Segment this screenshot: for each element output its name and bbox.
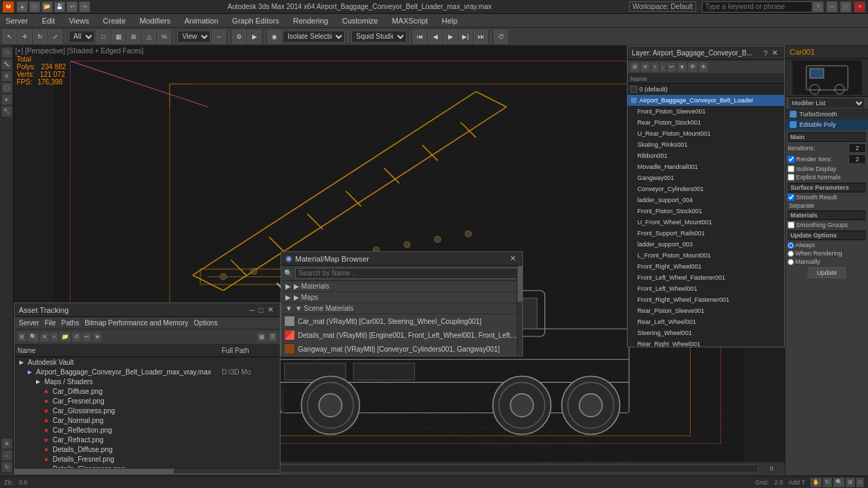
update-button[interactable]: Update bbox=[808, 267, 846, 278]
quick-access-icon[interactable]: ▲ bbox=[17, 1, 28, 12]
always-radio[interactable] bbox=[788, 242, 794, 248]
layer-item-13[interactable]: Front_Support_Rails001 bbox=[628, 228, 784, 239]
layer-item-19[interactable]: Front_Right_Wheel_Fastener001 bbox=[628, 294, 784, 305]
layer-item-14[interactable]: ladder_support_003 bbox=[628, 239, 784, 250]
snap-toggle[interactable]: ⊞ bbox=[127, 30, 141, 44]
materials-section[interactable]: ▶ ▶ Materials bbox=[281, 281, 522, 292]
workspace-selector[interactable]: Workspace: Default bbox=[629, 1, 696, 12]
asset-item-details-glossiness[interactable]: ■ Details_Glossiness.png bbox=[15, 464, 280, 468]
rotate-tool[interactable]: ↻ bbox=[33, 30, 47, 44]
smooth-result-check[interactable] bbox=[788, 194, 795, 201]
layer-item-10[interactable]: ladder_support_004 bbox=[628, 195, 784, 206]
layer-item-22[interactable]: Steering_Wheel001 bbox=[628, 327, 784, 338]
when-rendering-radio[interactable] bbox=[788, 251, 794, 257]
asset-menu-server[interactable]: Server bbox=[19, 317, 39, 329]
layer-item-3[interactable]: Rear_Piston_Stock001 bbox=[628, 117, 784, 128]
layer-view-btn[interactable]: 👁 bbox=[688, 62, 698, 72]
asset-item-car-refract[interactable]: ■ Car_Refract.png bbox=[15, 435, 280, 444]
zoom-btn[interactable]: 🔍 bbox=[833, 478, 844, 487]
asset-menu-options[interactable]: Options bbox=[194, 317, 218, 329]
select-tool[interactable]: ↖ bbox=[3, 30, 17, 44]
asset-reload-btn[interactable]: ↺ bbox=[72, 332, 81, 342]
menu-server[interactable]: Server bbox=[3, 14, 30, 27]
mat-close-btn[interactable]: ✕ bbox=[508, 254, 518, 263]
asset-merge-btn[interactable]: ⊞ bbox=[17, 332, 26, 342]
asset-item-car-fresnel[interactable]: ■ Car_Fresnel.png bbox=[15, 396, 280, 406]
iterations-input[interactable] bbox=[849, 143, 866, 153]
modifier-list-dropdown[interactable]: Modifier List bbox=[788, 98, 865, 109]
zoom-extents-btn[interactable]: ⊞ bbox=[846, 478, 855, 487]
layer-item-8[interactable]: Gangway001 bbox=[628, 172, 784, 183]
menu-graph-editors[interactable]: Graph Editors bbox=[229, 14, 282, 27]
layer-help-btn[interactable]: ? bbox=[761, 49, 770, 57]
layer-add-btn[interactable]: + bbox=[651, 62, 659, 72]
reference-coord[interactable]: ↔ bbox=[212, 30, 226, 44]
asset-scrollbar[interactable] bbox=[15, 468, 280, 473]
layer-item-21[interactable]: Rear_Left_Wheel001 bbox=[628, 316, 784, 327]
layer-item-7[interactable]: Movadle_Handrail001 bbox=[628, 161, 784, 172]
menu-rendering[interactable]: Rendering bbox=[290, 14, 331, 27]
layer-freeze-btn[interactable]: ❄ bbox=[699, 62, 708, 72]
menu-views[interactable]: Views bbox=[66, 14, 91, 27]
close-button[interactable]: ✕ bbox=[854, 1, 865, 12]
select-mode-dropdown[interactable]: All bbox=[69, 30, 95, 43]
layer-item-4[interactable]: U_Rear_Piston_Mount001 bbox=[628, 128, 784, 139]
orbit-btn[interactable]: ↻ bbox=[823, 478, 832, 487]
layer-item-17[interactable]: Front_Left_Wheel_Fastener001 bbox=[628, 272, 784, 283]
percent-snap[interactable]: % bbox=[157, 30, 171, 44]
layer-item-16[interactable]: Front_Right_Wheel001 bbox=[628, 261, 784, 272]
hierarchy-panel-icon[interactable]: ⧉ bbox=[1, 71, 12, 82]
layer-highlight-btn[interactable]: ★ bbox=[677, 62, 687, 72]
angle-snap[interactable]: △ bbox=[142, 30, 156, 44]
layer-item-18[interactable]: Front_Left_Wheel001 bbox=[628, 283, 784, 294]
snap-icon[interactable]: ⊕ bbox=[1, 438, 12, 449]
scale-tool[interactable]: ⤢ bbox=[48, 30, 62, 44]
asset-menu-file[interactable]: File bbox=[44, 317, 55, 329]
layer-item-12[interactable]: U_Front_Wheel_Mount001 bbox=[628, 217, 784, 228]
asset-select-btn[interactable]: ↩ bbox=[82, 332, 91, 342]
asset-item-main[interactable]: ▶ Airport_Baggage_Conveyor_Belt_Loader_m… bbox=[15, 367, 280, 377]
modify-panel-icon[interactable]: 🔧 bbox=[1, 59, 12, 70]
asset-maximize-btn[interactable]: □ bbox=[256, 306, 265, 314]
asset-add-btn[interactable]: + bbox=[51, 332, 58, 342]
next-frame[interactable]: ▶| bbox=[459, 30, 472, 44]
mat-item-details[interactable]: Details_mat (VRayMtl) [Engine001, Front_… bbox=[281, 328, 522, 342]
layer-item-main[interactable]: Airport_Baggage_Conveyor_Belt_Loader bbox=[628, 95, 784, 106]
motion-panel-icon[interactable]: ◯ bbox=[1, 82, 12, 93]
time-config[interactable]: ⏱ bbox=[494, 30, 508, 44]
asset-item-car-glossiness[interactable]: ■ Car_Glossiness.png bbox=[15, 406, 280, 415]
asset-item-car-normal[interactable]: ■ Car_Normal.png bbox=[15, 415, 280, 425]
render-setup[interactable]: ⚙ bbox=[232, 30, 246, 44]
render-iters-input[interactable] bbox=[849, 154, 866, 164]
asset-list-view-btn[interactable]: ☰ bbox=[268, 332, 277, 342]
menu-maxscript[interactable]: MAXScript bbox=[389, 14, 431, 27]
material-search-input[interactable] bbox=[295, 268, 520, 279]
last-frame[interactable]: ⏭ bbox=[474, 30, 488, 44]
layer-item-5[interactable]: Skating_Rinks001 bbox=[628, 139, 784, 150]
layer-item-15[interactable]: L_Front_Piston_Mount001 bbox=[628, 250, 784, 261]
mat-item-gangway[interactable]: Gangway_mat (VRayMtl) [Conveyor_Cylinder… bbox=[281, 342, 522, 356]
menu-customize[interactable]: Customize bbox=[339, 14, 381, 27]
view-dropdown[interactable]: View bbox=[177, 30, 211, 43]
asset-minimize-btn[interactable]: ─ bbox=[247, 306, 257, 314]
layer-item-default[interactable]: 0 (default) bbox=[628, 84, 784, 95]
layer-item-20[interactable]: Rear_Piston_Sleeve001 bbox=[628, 305, 784, 316]
layer-item-11[interactable]: Front_Piston_Stock001 bbox=[628, 206, 784, 217]
utility-panel-icon[interactable]: 🔨 bbox=[1, 106, 12, 117]
smoothing-groups-check[interactable] bbox=[788, 222, 795, 228]
render-btn[interactable]: ▶ bbox=[247, 30, 261, 44]
new-icon[interactable]: □ bbox=[29, 1, 40, 12]
layer-item-6[interactable]: Ribbon001 bbox=[628, 150, 784, 161]
manually-radio[interactable] bbox=[788, 259, 794, 265]
undo-icon[interactable]: ↩ bbox=[67, 1, 78, 12]
asset-grid-view-btn[interactable]: ▦ bbox=[257, 332, 267, 342]
layer-close-btn[interactable]: ✕ bbox=[770, 48, 780, 57]
maps-section[interactable]: ▶ ▶ Maps bbox=[281, 292, 522, 303]
layer-item-2[interactable]: Front_Piston_Sleeve001 bbox=[628, 106, 784, 117]
asset-item-details-fresnel[interactable]: ■ Details_Fresnel.png bbox=[15, 454, 280, 464]
menu-edit[interactable]: Edit bbox=[39, 14, 57, 27]
explicit-normals-check[interactable] bbox=[788, 174, 795, 181]
menu-animation[interactable]: Animation bbox=[181, 14, 221, 27]
open-icon[interactable]: 📂 bbox=[42, 1, 53, 12]
asset-item-details-diffuse[interactable]: ■ Details_Diffuse.png bbox=[15, 444, 280, 454]
